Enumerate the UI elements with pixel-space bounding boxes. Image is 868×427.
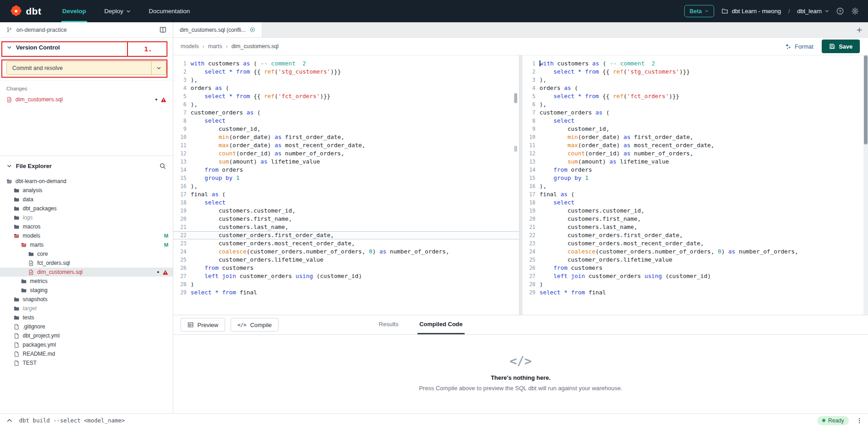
tree-item-analysis[interactable]: analysis	[0, 186, 173, 195]
code-line[interactable]: 24 coalesce(customer_orders.number_of_or…	[173, 248, 519, 256]
dbt-logo[interactable]: dbt	[0, 0, 41, 22]
code-line[interactable]: 13 sum(amount) as lifetime_value	[522, 158, 868, 166]
version-control-header[interactable]: Version Control	[0, 38, 173, 58]
compile-button[interactable]: </> Compile	[230, 318, 279, 332]
code-line[interactable]: 28)	[173, 280, 519, 288]
code-line[interactable]: 21 customers.last_name,	[173, 223, 519, 231]
code-line[interactable]: 22 customer_orders.first_order_date,	[522, 231, 868, 239]
code-line[interactable]: 21 customers.last_name,	[522, 223, 868, 231]
code-line[interactable]: 16),	[522, 182, 868, 190]
code-line[interactable]: 29select * from final	[522, 288, 868, 297]
code-line[interactable]: 27 left join customer_orders using (cust…	[522, 272, 868, 280]
tree-item-macros[interactable]: macros	[0, 222, 173, 231]
code-line[interactable]: 28)	[522, 280, 868, 288]
tree-item-dbt-learn-on-demand[interactable]: dbt-learn-on-demand	[0, 177, 173, 186]
editor-pane-right[interactable]: 1with customers as ( -- comment 22 selec…	[522, 55, 868, 315]
tree-item-dbt-project-yml[interactable]: dbt_project.yml	[0, 331, 173, 340]
code-line[interactable]: 12 count(order_id) as number_of_orders,	[522, 149, 868, 158]
code-line[interactable]: 7customer_orders as (	[173, 109, 519, 117]
code-line[interactable]: 23 customer_orders.most_recent_order_dat…	[173, 239, 519, 248]
window-scrollbar-thumb[interactable]	[864, 55, 868, 144]
tree-item-fct-orders-sql[interactable]: fct_orders.sql	[0, 258, 173, 268]
code-line[interactable]: 27 left join customer_orders using (cust…	[173, 272, 519, 280]
editor-pane-left[interactable]: 1with customers as ( -- comment 22 selec…	[173, 55, 519, 315]
code-line[interactable]: 6),	[522, 100, 868, 109]
code-line[interactable]: 4orders as (	[173, 84, 519, 92]
branch-selector[interactable]: on-demand-practice	[0, 22, 173, 38]
file-explorer-header[interactable]: File Explorer	[0, 156, 173, 176]
search-icon[interactable]	[159, 163, 166, 169]
code-line[interactable]: 8 select	[522, 117, 868, 125]
code-line[interactable]: 2 select * from {{ ref('stg_customers')}…	[522, 68, 868, 76]
commit-and-resolve-button[interactable]: Commit and resolve	[6, 61, 167, 75]
pane-scrollbar-thumb[interactable]	[514, 93, 517, 103]
code-line[interactable]: 24 coalesce(customer_orders.number_of_or…	[522, 248, 868, 256]
code-line[interactable]: 5 select * from {{ ref('fct_orders')}}	[173, 92, 519, 100]
window-scrollbar[interactable]	[863, 55, 868, 315]
command-input[interactable]: dbt build --select <model_name>	[19, 417, 817, 424]
code-line[interactable]: 19 customers.customer_id,	[522, 207, 868, 215]
project-switcher[interactable]: dbt_learn	[797, 8, 829, 15]
tree-item-test[interactable]: TEST	[0, 358, 173, 367]
tree-item-data[interactable]: data	[0, 195, 173, 204]
tree-item--gitignore[interactable]: .gitignore	[0, 322, 173, 331]
tree-item-dim-customers-sql[interactable]: dim_customers.sql•	[0, 268, 173, 277]
code-line[interactable]: 19 customers.customer_id,	[173, 207, 519, 215]
tree-item-packages-yml[interactable]: packages.yml	[0, 340, 173, 349]
gear-icon[interactable]	[851, 7, 859, 15]
tab-compiled-code[interactable]: Compiled Code	[417, 315, 464, 334]
tree-item-dbt-packages[interactable]: dbt_packages	[0, 204, 173, 213]
code-line[interactable]: 25 customer_orders.lifetime_value	[173, 256, 519, 264]
save-button[interactable]: Save	[822, 40, 860, 53]
code-line[interactable]: 5 select * from {{ ref('fct_orders')}}	[522, 92, 868, 100]
code-line[interactable]: 9 customer_id,	[522, 125, 868, 133]
code-line[interactable]: 13 sum(amount) as lifetime_value	[173, 158, 519, 166]
code-line[interactable]: 17final as (	[173, 190, 519, 199]
code-line[interactable]: 10 min(order_date) as first_order_date,	[522, 133, 868, 141]
help-icon[interactable]: ?	[836, 7, 844, 15]
code-line[interactable]: 9 customer_id,	[173, 125, 519, 133]
code-line[interactable]: 14 from orders	[522, 166, 868, 174]
preview-button[interactable]: Preview	[181, 318, 225, 332]
tab-results[interactable]: Results	[377, 315, 400, 334]
code-line[interactable]: 15 group by 1	[522, 174, 868, 182]
code-line[interactable]: 23 customer_orders.most_recent_order_dat…	[522, 239, 868, 248]
code-line[interactable]: 22 customer_orders.first_order_date,	[173, 231, 519, 239]
tree-item-tests[interactable]: tests	[0, 313, 173, 322]
nav-item-develop[interactable]: Develop	[61, 0, 87, 22]
format-button[interactable]: Format	[785, 43, 813, 50]
commit-options-toggle[interactable]	[151, 62, 166, 74]
code-line[interactable]: 17final as (	[522, 190, 868, 199]
code-line[interactable]: 20 customers.first_name,	[173, 215, 519, 223]
tree-item-readme-md[interactable]: README.md	[0, 349, 173, 358]
nav-item-deploy[interactable]: Deploy	[103, 0, 132, 22]
code-line[interactable]: 26 from customers	[173, 264, 519, 272]
code-line[interactable]: 29select * from final	[173, 288, 519, 297]
code-line[interactable]: 1with customers as ( -- comment 2	[522, 60, 868, 68]
breadcrumb-item[interactable]: dim_customers.sql	[231, 43, 279, 50]
tree-item-logs[interactable]: logs	[0, 213, 173, 222]
code-line[interactable]: 7customer_orders as (	[522, 109, 868, 117]
code-line[interactable]: 3),	[522, 76, 868, 84]
tree-item-metrics[interactable]: metrics	[0, 277, 173, 286]
code-line[interactable]: 14 from orders	[173, 166, 519, 174]
kebab-menu-icon[interactable]	[856, 417, 863, 424]
code-line[interactable]: 12 count(order_id) as number_of_orders,	[173, 149, 519, 158]
code-line[interactable]: 20 customers.first_name,	[522, 215, 868, 223]
code-line[interactable]: 8 select	[173, 117, 519, 125]
beta-button[interactable]: Beta	[684, 5, 714, 17]
code-line[interactable]: 3),	[173, 76, 519, 84]
tree-item-core[interactable]: core	[0, 249, 173, 258]
docs-book-icon[interactable]	[159, 26, 167, 34]
account-switcher[interactable]: dbt Learn - mwong	[721, 8, 781, 15]
nav-item-documentation[interactable]: Documentation	[148, 0, 191, 22]
code-line[interactable]: 10 min(order_date) as first_order_date,	[173, 133, 519, 141]
code-line[interactable]: 4orders as (	[522, 84, 868, 92]
code-line[interactable]: 1with customers as ( -- comment 2	[173, 60, 519, 68]
code-line[interactable]: 18 select	[522, 199, 868, 207]
tree-item-target[interactable]: target	[0, 304, 173, 313]
tree-item-marts[interactable]: martsM	[0, 240, 173, 249]
breadcrumb-item[interactable]: models	[181, 43, 199, 50]
code-line[interactable]: 15 group by 1	[173, 174, 519, 182]
code-line[interactable]: 6),	[173, 100, 519, 109]
